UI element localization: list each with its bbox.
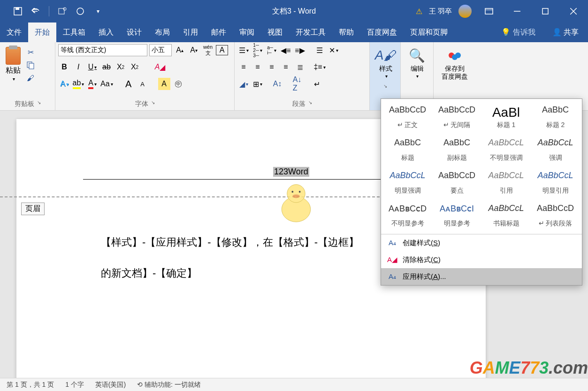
align-center-icon[interactable]: ≡ [252, 61, 264, 73]
align-distributed-icon[interactable]: ☰ [313, 44, 326, 56]
style-↵ 正文[interactable]: AaBbCcD↵ 正文 [383, 101, 432, 134]
tab-引用[interactable]: 引用 [176, 23, 205, 42]
tab-审阅[interactable]: 审阅 [233, 23, 261, 42]
cut-icon[interactable]: ✂ [25, 47, 36, 57]
tab-邮件[interactable]: 邮件 [205, 23, 233, 42]
text-direction-icon[interactable]: A↕ [271, 78, 283, 90]
paste-button[interactable]: 粘贴 ▾ [3, 44, 23, 84]
distribute-icon[interactable]: ≣ [294, 61, 306, 73]
status-page[interactable]: 第 1 页，共 1 页 [7, 381, 54, 389]
share-button[interactable]: 👤 共享 [543, 28, 588, 38]
clear-formatting-icon[interactable]: A◢ [154, 61, 166, 73]
tab-开始[interactable]: 开始 [28, 23, 56, 42]
style-不明显强调[interactable]: AaBbCcL不明显强调 [481, 134, 531, 166]
style-不明显参考[interactable]: AᴀBʙCᴄD不明显参考 [383, 199, 432, 232]
text-effects-icon[interactable]: A▾ [58, 78, 70, 90]
align-left-icon[interactable]: ≡ [237, 61, 250, 73]
baidu-save-button[interactable]: 保存到 百度网盘 [436, 44, 473, 83]
font-size-select[interactable] [149, 44, 172, 56]
qat-icon[interactable] [58, 7, 67, 16]
style-标题 2[interactable]: AaBbC标题 2 [531, 101, 580, 134]
tell-me[interactable]: 💡 告诉我 [494, 28, 542, 38]
enclose-char-icon[interactable]: ㊥ [172, 78, 184, 90]
paragraph-dialog-launcher[interactable]: ↘ [308, 100, 312, 108]
styles-dialog-launcher[interactable]: ↘ [383, 83, 387, 89]
edit-button[interactable]: 🔍 编辑 ▾ [404, 44, 430, 82]
bullets-icon[interactable]: ☰▾ [237, 44, 250, 56]
maximize-button[interactable] [535, 0, 556, 23]
sort-icon[interactable]: A↓Z [291, 78, 303, 90]
font-dialog-launcher[interactable]: ↘ [151, 100, 155, 108]
tab-设计[interactable]: 设计 [120, 23, 148, 42]
tab-开发工具[interactable]: 开发工具 [289, 23, 332, 42]
bold-button[interactable]: B [58, 61, 70, 73]
apply-style-item[interactable]: A₄ 应用样式(A)... [381, 268, 582, 285]
undo-icon[interactable] [31, 7, 40, 16]
align-justify-icon[interactable]: ≡ [280, 61, 292, 73]
warning-icon[interactable]: ⚠ [416, 7, 422, 16]
font-color-icon[interactable]: A▾ [86, 78, 99, 90]
tab-页眉和页脚[interactable]: 页眉和页脚 [404, 23, 454, 42]
shading-icon[interactable]: ◢▾ [237, 78, 250, 90]
tab-百度网盘[interactable]: 百度网盘 [360, 23, 404, 42]
strikethrough-button[interactable]: ab [100, 61, 113, 73]
increase-font-icon[interactable]: A▴ [174, 44, 186, 56]
increase-indent-icon[interactable]: ≡▶ [294, 44, 306, 56]
clear-format-item[interactable]: A◢ 清除格式(C) [381, 251, 582, 268]
decrease-font-icon[interactable]: A▾ [188, 44, 200, 56]
italic-button[interactable]: I [72, 61, 84, 73]
status-language[interactable]: 英语(美国) [95, 381, 126, 389]
style-↵ 无间隔[interactable]: AaBbCcD↵ 无间隔 [432, 101, 481, 134]
styles-button[interactable]: A🖌 样式 ▾ [373, 44, 399, 82]
style-副标题[interactable]: AaBbC副标题 [432, 134, 481, 166]
superscript-button[interactable]: X2 [129, 61, 141, 73]
change-case-icon[interactable]: Aa▾ [100, 78, 113, 90]
save-icon[interactable] [13, 7, 23, 16]
circle-icon[interactable] [76, 7, 85, 16]
tab-帮助[interactable]: 帮助 [332, 23, 360, 42]
tab-视图[interactable]: 视图 [261, 23, 289, 42]
phonetic-guide-icon[interactable]: wén文 [202, 44, 214, 56]
grow-font-icon[interactable]: A [122, 78, 135, 90]
align-right-icon[interactable]: ≡ [266, 61, 278, 73]
borders-icon[interactable]: ⊞▾ [252, 78, 264, 90]
asian-layout-icon[interactable]: ✕▾ [328, 44, 340, 56]
tab-文件[interactable]: 文件 [0, 23, 28, 42]
tab-插入[interactable]: 插入 [92, 23, 120, 42]
close-button[interactable] [563, 0, 584, 23]
style-标题 1[interactable]: AaBl标题 1 [481, 101, 531, 134]
style-强调[interactable]: AaBbCcL强调 [531, 134, 580, 166]
create-style-item[interactable]: A₄ 创建样式(S) [381, 234, 582, 251]
style-明显引用[interactable]: AaBbCcL明显引用 [531, 166, 580, 199]
style-书籍标题[interactable]: AaBbCcL书籍标题 [481, 199, 531, 232]
clipboard-dialog-launcher[interactable]: ↘ [37, 100, 41, 108]
numbering-icon[interactable]: 1─2─3─▾ [252, 44, 264, 56]
subscript-button[interactable]: X2 [115, 61, 127, 73]
multilevel-list-icon[interactable]: a─ i─▾ [266, 44, 278, 56]
minimize-button[interactable] [506, 0, 528, 23]
font-name-select[interactable] [58, 44, 147, 56]
char-shading-icon[interactable]: A [158, 78, 170, 90]
style-要点[interactable]: AaBbCcD要点 [432, 166, 481, 199]
style-标题[interactable]: AaBbC标题 [383, 134, 432, 166]
format-painter-icon[interactable]: 🖌 [25, 73, 36, 83]
avatar[interactable] [458, 5, 472, 18]
status-words[interactable]: 1 个字 [65, 381, 84, 389]
qat-dropdown-icon[interactable]: ▾ [93, 7, 103, 16]
decrease-indent-icon[interactable]: ◀≡ [280, 44, 292, 56]
tab-布局[interactable]: 布局 [148, 23, 176, 42]
user-name[interactable]: 王 羽卒 [429, 7, 452, 16]
highlight-icon[interactable]: ab▾ [72, 78, 84, 90]
style-明显强调[interactable]: AaBbCcL明显强调 [383, 166, 432, 199]
status-accessibility[interactable]: ⟲ 辅助功能: 一切就绪 [137, 381, 201, 389]
underline-button[interactable]: U▾ [86, 61, 99, 73]
style-↵ 列表段落[interactable]: AaBbCcD↵ 列表段落 [531, 199, 580, 232]
shrink-font-icon[interactable]: A [137, 78, 149, 90]
style-明显参考[interactable]: AᴀBʙCᴄI明显参考 [432, 199, 481, 232]
show-marks-icon[interactable]: ↵ [311, 78, 323, 90]
line-spacing-icon[interactable]: ‡≡▾ [313, 61, 326, 73]
header-text[interactable]: 123Word [273, 167, 309, 177]
char-border-icon[interactable]: A [216, 45, 228, 55]
tab-工具箱[interactable]: 工具箱 [56, 23, 92, 42]
ribbon-options-icon[interactable] [478, 0, 500, 23]
